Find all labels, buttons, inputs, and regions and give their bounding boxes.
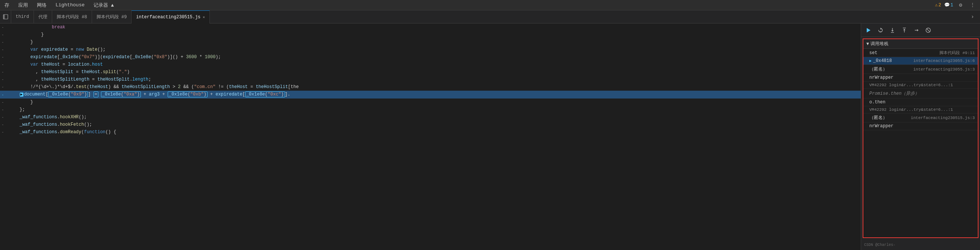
callstack-item-anonymous-1[interactable]: （匿名） interfaceacting23055.js:3 (863, 65, 978, 74)
line-content: , theHostSplit = theHost.split(".") (17, 68, 861, 76)
table-row: - }; (0, 106, 861, 114)
callstack-panel: ▼ 调用堆栈 set 脚本代码段 #9:11 ▶ _0x4818 interfa… (862, 38, 978, 238)
callstack-item-name: _0x4818 (873, 58, 912, 63)
resume-icon (865, 27, 872, 33)
sidebar-toggle-button[interactable] (0, 10, 11, 24)
menu-bar: 存 应用 网络 Lighthouse 记录器 ▲ ⚠ 2 💬 1 ⚙ ⋮ (0, 0, 980, 10)
tab-interfaceacting-label: interfaceacting230515.js (136, 14, 200, 20)
menu-save[interactable]: 存 (3, 1, 11, 9)
table-row: - } (0, 98, 861, 106)
more-options-icon[interactable]: ⋮ (968, 1, 977, 10)
line-gutter: - (0, 91, 6, 98)
tab-interfaceacting[interactable]: interfaceacting230515.js ✕ (132, 10, 210, 24)
line-number (6, 68, 17, 76)
callstack-item-vm42292-1[interactable]: VM42292 login&r...try&state=6...:1 (863, 82, 978, 89)
tab-bar-right: › (968, 12, 980, 21)
table-row: - , theHostSplitLength = theHostSplit.le… (0, 76, 861, 83)
comment-badge[interactable]: 💬 1 (944, 2, 953, 8)
step-out-button[interactable] (900, 26, 909, 35)
tab-snippet-8-label: 脚本代码段 #8 (57, 14, 87, 20)
tab-third[interactable]: third (11, 10, 34, 24)
more-tabs-icon[interactable]: › (968, 12, 977, 21)
chevron-down-icon: ▼ (866, 42, 869, 46)
resume-button[interactable] (864, 26, 873, 35)
line-content: expiredate[_0x1e8e("0x7")](expiredate[_0… (17, 53, 861, 61)
svg-marker-6 (891, 30, 894, 32)
warning-count: 2 (939, 3, 941, 8)
callstack-item-location: interfaceacting23055.js:6 (913, 59, 975, 63)
callstack-async-label: Promise.then（异步） (869, 91, 919, 96)
line-number (6, 76, 17, 83)
callstack-item-name: VM42292 login&r...try&state=6...:1 (869, 83, 975, 87)
line-content: } (17, 98, 861, 106)
tab-snippet-9[interactable]: 脚本代码段 #9 (92, 10, 132, 24)
table-row: - break (0, 24, 861, 31)
tab-close-button[interactable]: ✕ (203, 15, 205, 19)
code-editor: - break - } - (0, 24, 861, 250)
settings-icon[interactable]: ⚙ (956, 1, 965, 10)
line-content: break (17, 24, 861, 31)
callstack-item-nrwrapper-1[interactable]: nrWrapper (863, 74, 978, 82)
table-row: - !/^(\d+\.)*\d+$/.test(theHost) && theH… (0, 83, 861, 91)
deactivate-button[interactable] (924, 26, 933, 35)
sidebar-toggle-icon (3, 14, 8, 19)
callstack-item-name: nrWrapper (869, 123, 973, 129)
tab-third-label: third (16, 14, 29, 19)
line-content: !/^(\d+\.)*\d+$/.test(theHost) && theHos… (17, 83, 861, 91)
svg-marker-9 (903, 29, 905, 30)
line-number (6, 106, 17, 114)
callstack-item-location: interfaceacting230515.js:3 (911, 116, 975, 120)
line-number (6, 53, 17, 61)
line-gutter: - (0, 68, 6, 76)
callstack-item-0x4818[interactable]: ▶ _0x4818 interfaceacting23055.js:6 (863, 57, 978, 65)
line-content: _waf_functions.hookFetch(); (17, 121, 861, 128)
line-number (6, 128, 17, 136)
line-gutter: - (0, 31, 6, 38)
deactivate-icon (925, 27, 931, 33)
callstack-item-nrwrapper-2[interactable]: nrWrapper (863, 122, 978, 130)
tab-snippet-8[interactable]: 脚本代码段 #8 (52, 10, 92, 24)
step-out-icon (901, 27, 907, 33)
callstack-item-location: 脚本代码段 #9:11 (939, 50, 975, 56)
menu-apps[interactable]: 应用 (17, 1, 29, 9)
table-row-current: - ▶document[_0x1e8e("0x9")] = _0x1e8e("0… (0, 91, 861, 98)
step-over-button[interactable] (876, 26, 885, 35)
callstack-async-group: Promise.then（异步） (863, 89, 978, 98)
line-gutter: - (0, 53, 6, 61)
warning-badge[interactable]: ⚠ 2 (935, 2, 941, 8)
line-content: } (17, 38, 861, 46)
table-row: - } (0, 38, 861, 46)
svg-rect-1 (3, 14, 5, 19)
tab-proxy[interactable]: 代理 (34, 10, 52, 24)
menu-lighthouse[interactable]: Lighthouse (54, 2, 86, 9)
line-gutter: - (0, 76, 6, 83)
line-content: _waf_functions.hookXHR(); (17, 114, 861, 121)
table-row: - _waf_functions.hookXHR(); (0, 114, 861, 121)
menu-recorder[interactable]: 记录器 ▲ (92, 1, 116, 9)
callstack-item-vm42292-2[interactable]: VM42292 login&r...try&state=6...:1 (863, 106, 978, 114)
warning-icon: ⚠ (935, 2, 937, 8)
callstack-item-set[interactable]: set 脚本代码段 #9:11 (863, 49, 978, 57)
tab-snippet-9-label: 脚本代码段 #9 (97, 14, 127, 20)
svg-marker-12 (917, 29, 918, 31)
callstack-item-anonymous-2[interactable]: （匿名） interfaceacting230515.js:3 (863, 114, 978, 122)
menu-network[interactable]: 网络 (35, 1, 48, 9)
table-row: - , theHostSplit = theHost.split(".") (0, 68, 861, 76)
callstack-item-othen[interactable]: o.then (863, 98, 978, 106)
line-content: } (17, 31, 861, 38)
table-row: - _waf_functions.domReady(function() { (0, 128, 861, 136)
line-gutter: - (0, 46, 6, 53)
callstack-item-name: VM42292 login&r...try&state=6...:1 (869, 107, 975, 112)
line-gutter: - (0, 106, 6, 114)
callstack-item-name: （匿名） (869, 115, 909, 121)
current-frame-icon: ▶ (869, 59, 872, 63)
code-scroll-area[interactable]: - break - } - (0, 24, 861, 250)
step-into-button[interactable] (888, 26, 897, 35)
callstack-item-name: set (869, 50, 938, 56)
step-button[interactable] (912, 26, 921, 35)
callstack-item-location: interfaceacting23055.js:3 (913, 67, 975, 72)
line-gutter: - (0, 38, 6, 46)
callstack-item-name: （匿名） (869, 66, 912, 72)
callstack-header[interactable]: ▼ 调用堆栈 (863, 39, 978, 49)
line-number (6, 121, 17, 128)
